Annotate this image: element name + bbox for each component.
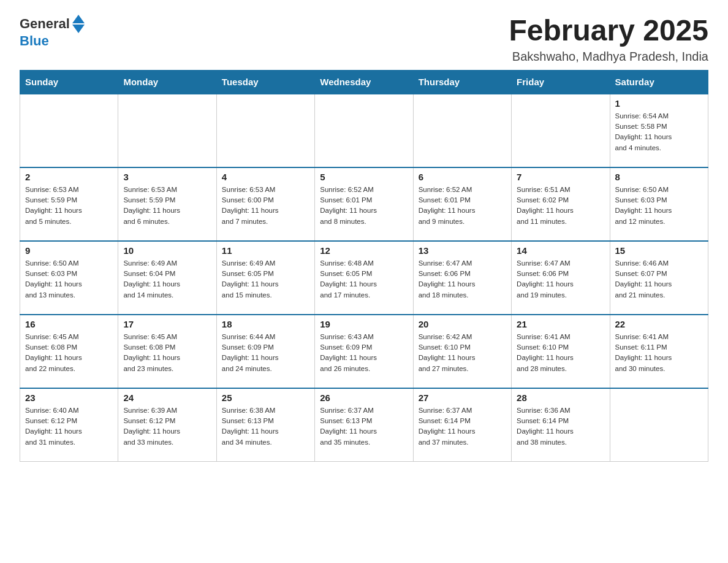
calendar-title: February 2025 <box>509 15 708 47</box>
day-info: Sunrise: 6:53 AMSunset: 5:59 PMDaylight:… <box>25 185 113 227</box>
day-number: 9 <box>25 245 113 256</box>
day-cell-5-2: 24Sunrise: 6:39 AMSunset: 6:12 PMDayligh… <box>118 388 216 462</box>
day-number: 16 <box>25 319 113 329</box>
header-friday: Friday <box>512 70 610 94</box>
day-number: 4 <box>222 172 309 182</box>
day-info: Sunrise: 6:39 AMSunset: 6:12 PMDaylight:… <box>123 405 211 448</box>
day-number: 25 <box>222 393 309 403</box>
day-cell-2-2: 3Sunrise: 6:53 AMSunset: 5:59 PMDaylight… <box>118 167 216 241</box>
day-cell-5-1: 23Sunrise: 6:40 AMSunset: 6:12 PMDayligh… <box>20 388 118 462</box>
day-number: 17 <box>123 319 211 329</box>
title-area: February 2025 Bakshwaho, Madhya Pradesh,… <box>509 15 708 64</box>
calendar-subtitle: Bakshwaho, Madhya Pradesh, India <box>509 50 708 64</box>
day-info: Sunrise: 6:40 AMSunset: 6:12 PMDaylight:… <box>25 405 113 448</box>
day-cell-5-3: 25Sunrise: 6:38 AMSunset: 6:13 PMDayligh… <box>216 388 314 462</box>
day-number: 6 <box>419 172 506 182</box>
day-cell-4-5: 20Sunrise: 6:42 AMSunset: 6:10 PMDayligh… <box>413 315 511 388</box>
day-cell-4-2: 17Sunrise: 6:45 AMSunset: 6:08 PMDayligh… <box>118 315 216 388</box>
day-number: 28 <box>517 393 604 403</box>
day-number: 1 <box>615 98 703 109</box>
day-info: Sunrise: 6:42 AMSunset: 6:10 PMDaylight:… <box>419 332 506 374</box>
day-info: Sunrise: 6:44 AMSunset: 6:09 PMDaylight:… <box>222 332 309 374</box>
day-info: Sunrise: 6:54 AMSunset: 5:58 PMDaylight:… <box>615 111 703 153</box>
logo-general: General <box>20 16 70 32</box>
day-number: 2 <box>25 172 113 182</box>
day-info: Sunrise: 6:49 AMSunset: 6:04 PMDaylight:… <box>123 258 211 301</box>
day-number: 11 <box>222 245 309 256</box>
day-cell-1-4 <box>315 94 413 167</box>
day-info: Sunrise: 6:51 AMSunset: 6:02 PMDaylight:… <box>517 185 604 227</box>
day-number: 23 <box>25 393 113 403</box>
week-row-1: 1Sunrise: 6:54 AMSunset: 5:58 PMDaylight… <box>20 94 708 167</box>
day-info: Sunrise: 6:41 AMSunset: 6:10 PMDaylight:… <box>517 332 604 374</box>
header-wednesday: Wednesday <box>315 70 413 94</box>
logo-blue: Blue <box>20 33 49 48</box>
day-number: 20 <box>419 319 506 329</box>
day-cell-5-6: 28Sunrise: 6:36 AMSunset: 6:14 PMDayligh… <box>512 388 610 462</box>
day-cell-4-7: 22Sunrise: 6:41 AMSunset: 6:11 PMDayligh… <box>610 315 708 388</box>
day-number: 21 <box>517 319 604 329</box>
day-number: 10 <box>123 245 211 256</box>
day-cell-2-7: 8Sunrise: 6:50 AMSunset: 6:03 PMDaylight… <box>610 167 708 241</box>
day-cell-4-1: 16Sunrise: 6:45 AMSunset: 6:08 PMDayligh… <box>20 315 118 388</box>
day-cell-2-4: 5Sunrise: 6:52 AMSunset: 6:01 PMDaylight… <box>315 167 413 241</box>
header-tuesday: Tuesday <box>216 70 314 94</box>
day-cell-5-7 <box>610 388 708 462</box>
day-cell-1-7: 1Sunrise: 6:54 AMSunset: 5:58 PMDaylight… <box>610 94 708 167</box>
day-number: 7 <box>517 172 604 182</box>
weekday-header-row: Sunday Monday Tuesday Wednesday Thursday… <box>20 70 708 94</box>
day-number: 18 <box>222 319 309 329</box>
day-number: 24 <box>123 393 211 403</box>
day-info: Sunrise: 6:52 AMSunset: 6:01 PMDaylight:… <box>320 185 408 227</box>
logo: General Blue <box>20 15 85 49</box>
day-cell-2-1: 2Sunrise: 6:53 AMSunset: 5:59 PMDaylight… <box>20 167 118 241</box>
day-cell-1-6 <box>512 94 610 167</box>
day-info: Sunrise: 6:52 AMSunset: 6:01 PMDaylight:… <box>419 185 506 227</box>
day-cell-3-6: 14Sunrise: 6:47 AMSunset: 6:06 PMDayligh… <box>512 241 610 315</box>
day-cell-3-4: 12Sunrise: 6:48 AMSunset: 6:05 PMDayligh… <box>315 241 413 315</box>
day-number: 26 <box>320 393 408 403</box>
day-number: 12 <box>320 245 408 256</box>
day-cell-4-4: 19Sunrise: 6:43 AMSunset: 6:09 PMDayligh… <box>315 315 413 388</box>
day-info: Sunrise: 6:36 AMSunset: 6:14 PMDaylight:… <box>517 405 604 448</box>
day-number: 14 <box>517 245 604 256</box>
week-row-5: 23Sunrise: 6:40 AMSunset: 6:12 PMDayligh… <box>20 388 708 462</box>
day-info: Sunrise: 6:53 AMSunset: 5:59 PMDaylight:… <box>123 185 211 227</box>
day-cell-3-5: 13Sunrise: 6:47 AMSunset: 6:06 PMDayligh… <box>413 241 511 315</box>
day-info: Sunrise: 6:46 AMSunset: 6:07 PMDaylight:… <box>615 258 703 301</box>
week-row-2: 2Sunrise: 6:53 AMSunset: 5:59 PMDaylight… <box>20 167 708 241</box>
day-info: Sunrise: 6:45 AMSunset: 6:08 PMDaylight:… <box>25 332 113 374</box>
day-info: Sunrise: 6:47 AMSunset: 6:06 PMDaylight:… <box>419 258 506 301</box>
day-info: Sunrise: 6:37 AMSunset: 6:14 PMDaylight:… <box>419 405 506 448</box>
week-row-4: 16Sunrise: 6:45 AMSunset: 6:08 PMDayligh… <box>20 315 708 388</box>
day-info: Sunrise: 6:37 AMSunset: 6:13 PMDaylight:… <box>320 405 408 448</box>
day-number: 5 <box>320 172 408 182</box>
day-cell-2-5: 6Sunrise: 6:52 AMSunset: 6:01 PMDaylight… <box>413 167 511 241</box>
day-cell-3-3: 11Sunrise: 6:49 AMSunset: 6:05 PMDayligh… <box>216 241 314 315</box>
header-sunday: Sunday <box>20 70 118 94</box>
day-number: 19 <box>320 319 408 329</box>
header-monday: Monday <box>118 70 216 94</box>
day-cell-1-5 <box>413 94 511 167</box>
day-number: 22 <box>615 319 703 329</box>
day-cell-1-2 <box>118 94 216 167</box>
day-info: Sunrise: 6:53 AMSunset: 6:00 PMDaylight:… <box>222 185 309 227</box>
page-header: General Blue February 2025 Bakshwaho, Ma… <box>20 15 708 64</box>
day-cell-5-4: 26Sunrise: 6:37 AMSunset: 6:13 PMDayligh… <box>315 388 413 462</box>
day-cell-3-1: 9Sunrise: 6:50 AMSunset: 6:03 PMDaylight… <box>20 241 118 315</box>
day-info: Sunrise: 6:43 AMSunset: 6:09 PMDaylight:… <box>320 332 408 374</box>
day-info: Sunrise: 6:47 AMSunset: 6:06 PMDaylight:… <box>517 258 604 301</box>
day-cell-5-5: 27Sunrise: 6:37 AMSunset: 6:14 PMDayligh… <box>413 388 511 462</box>
logo-triangle-down <box>72 25 85 33</box>
day-cell-2-6: 7Sunrise: 6:51 AMSunset: 6:02 PMDaylight… <box>512 167 610 241</box>
day-number: 3 <box>123 172 211 182</box>
day-cell-3-7: 15Sunrise: 6:46 AMSunset: 6:07 PMDayligh… <box>610 241 708 315</box>
day-info: Sunrise: 6:49 AMSunset: 6:05 PMDaylight:… <box>222 258 309 301</box>
week-row-3: 9Sunrise: 6:50 AMSunset: 6:03 PMDaylight… <box>20 241 708 315</box>
day-cell-3-2: 10Sunrise: 6:49 AMSunset: 6:04 PMDayligh… <box>118 241 216 315</box>
day-number: 13 <box>419 245 506 256</box>
calendar-table: Sunday Monday Tuesday Wednesday Thursday… <box>20 70 708 462</box>
day-number: 27 <box>419 393 506 403</box>
day-cell-1-3 <box>216 94 314 167</box>
day-cell-4-6: 21Sunrise: 6:41 AMSunset: 6:10 PMDayligh… <box>512 315 610 388</box>
